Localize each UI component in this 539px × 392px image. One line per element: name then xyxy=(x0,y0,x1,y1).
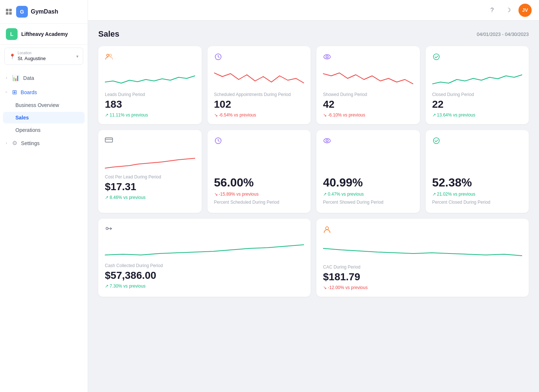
org-section: L Liftheavy Academy xyxy=(0,24,88,45)
app-name: GymDash xyxy=(31,8,58,15)
pct-scheduled-change: ↘ -15.89% vs previous xyxy=(214,192,304,197)
svg-point-10 xyxy=(433,138,439,144)
leads-value: 183 xyxy=(105,99,195,110)
settings-icon: ⚙ xyxy=(12,140,17,147)
location-info: Location St. Augustine xyxy=(18,51,46,62)
cards-row-3: Cash Collected During Period $57,386.00 … xyxy=(98,219,529,297)
location-pin-icon: 📍 xyxy=(9,53,15,59)
cac-icon xyxy=(323,225,522,235)
page-title: Sales xyxy=(98,29,120,39)
cash-collected-label: Cash Collected During Period xyxy=(105,263,304,268)
sidebar: G GymDash L Liftheavy Academy 📍 Location… xyxy=(0,0,88,392)
user-avatar[interactable]: JV xyxy=(518,4,532,17)
up-arrow-icon: ↗ xyxy=(105,284,109,289)
sidebar-item-data-label: Data xyxy=(23,75,34,81)
closed-value: 22 xyxy=(432,99,522,110)
up-arrow-icon: ↗ xyxy=(323,192,327,197)
svg-point-1 xyxy=(109,54,111,56)
cost-icon xyxy=(105,137,195,145)
svg-point-8 xyxy=(324,138,330,143)
location-value: St. Augustine xyxy=(18,56,46,61)
scheduled-chart xyxy=(214,66,304,88)
page-header: Sales 04/01/2023 - 04/30/2023 xyxy=(98,29,529,39)
cash-collected-icon xyxy=(105,225,304,234)
scheduled-change: ↘ -6.54% vs previous xyxy=(214,112,304,118)
pct-scheduled-value: 56.00% xyxy=(214,176,304,189)
sidebar-navigation: › 📊 Data › ⊞ Boards Business Overview Sa… xyxy=(0,68,88,392)
pct-closed-card: 52.38% ↗ 21.02% vs previous Percent Clos… xyxy=(426,130,529,213)
cac-label: CAC During Period xyxy=(323,265,522,270)
pct-closed-spacer xyxy=(432,149,522,171)
cash-collected-card: Cash Collected During Period $57,386.00 … xyxy=(98,219,311,297)
cash-collected-chart xyxy=(105,237,304,259)
pct-closed-change: ↗ 21.02% vs previous xyxy=(432,192,522,197)
app-header: G GymDash xyxy=(0,0,88,24)
cards-row-1: Leads During Period 183 ↗ 11.11% vs prev… xyxy=(98,46,529,124)
pct-scheduled-icon xyxy=(214,137,304,147)
chevron-down-icon: › xyxy=(4,92,8,93)
cost-per-lead-change: ↗ 8.46% vs previous xyxy=(105,195,195,200)
leads-card: Leads During Period 183 ↗ 11.11% vs prev… xyxy=(98,46,202,124)
sidebar-item-business-overview[interactable]: Business Overview xyxy=(0,99,88,111)
cac-chart xyxy=(323,238,522,260)
scheduled-icon xyxy=(214,53,304,63)
pct-showed-label: Percent Showed During Period xyxy=(323,200,413,205)
closed-chart xyxy=(432,66,522,88)
cost-per-lead-chart xyxy=(105,148,195,170)
pct-showed-value: 40.99% xyxy=(323,176,413,189)
location-selector[interactable]: 📍 Location St. Augustine ▾ xyxy=(4,48,83,65)
page-content: Sales 04/01/2023 - 04/30/2023 Leads Duri… xyxy=(88,21,539,392)
up-arrow-icon: ↗ xyxy=(432,112,436,118)
showed-change: ↘ -6.10% vs previous xyxy=(323,112,413,118)
sidebar-item-sales[interactable]: Sales xyxy=(3,112,85,123)
svg-point-3 xyxy=(324,55,330,59)
leads-change: ↗ 11.11% vs previous xyxy=(105,112,195,118)
sidebar-item-operations[interactable]: Operations xyxy=(0,124,88,136)
pct-showed-change: ↗ 0.47% vs previous xyxy=(323,192,413,197)
scheduled-value: 102 xyxy=(214,99,304,110)
leads-label: Leads During Period xyxy=(105,92,195,97)
help-button[interactable]: ? xyxy=(486,4,498,16)
svg-point-9 xyxy=(326,140,328,142)
pct-closed-label: Percent Closed During Period xyxy=(432,200,522,205)
pct-closed-icon xyxy=(432,137,522,147)
sidebar-item-settings[interactable]: › ⚙ Settings xyxy=(0,136,88,150)
chevron-down-icon: ▾ xyxy=(76,54,78,59)
leads-icon xyxy=(105,53,195,63)
closed-card: Closed During Period 22 ↗ 13.64% vs prev… xyxy=(426,46,529,124)
pct-scheduled-spacer xyxy=(214,149,304,171)
down-arrow-icon: ↘ xyxy=(323,285,327,290)
cash-collected-value: $57,386.00 xyxy=(105,270,304,281)
chevron-right-icon: › xyxy=(6,141,7,145)
sidebar-item-data[interactable]: › 📊 Data xyxy=(0,71,88,85)
pct-closed-value: 52.38% xyxy=(432,176,522,189)
cac-value: $181.79 xyxy=(323,271,522,283)
svg-rect-6 xyxy=(105,138,113,142)
showed-chart xyxy=(323,66,413,88)
sidebar-item-settings-label: Settings xyxy=(21,140,40,146)
scheduled-card: Scheduled Appointments During Period 102… xyxy=(208,46,311,124)
closed-label: Closed During Period xyxy=(432,92,522,97)
moon-icon: ☽ xyxy=(506,7,511,14)
boards-icon: ⊞ xyxy=(12,89,17,96)
showed-label: Showed During Period xyxy=(323,92,413,97)
org-avatar: L xyxy=(6,28,18,40)
grid-menu-icon[interactable] xyxy=(6,9,12,15)
up-arrow-icon: ↗ xyxy=(432,192,436,197)
chevron-right-icon: › xyxy=(6,76,7,80)
cost-per-lead-card: Cost Per Lead During Period $17.31 ↗ 8.4… xyxy=(98,130,202,213)
topbar: ? ☽ JV xyxy=(88,0,539,21)
closed-change: ↗ 13.64% vs previous xyxy=(432,112,522,118)
up-arrow-icon: ↗ xyxy=(105,112,109,118)
svg-point-4 xyxy=(326,56,328,58)
svg-point-11 xyxy=(326,227,329,230)
cac-change: ↘ -12.00% vs previous xyxy=(323,285,522,290)
up-arrow-icon: ↗ xyxy=(105,195,109,200)
showed-icon xyxy=(323,53,413,63)
leads-chart xyxy=(105,66,195,88)
theme-toggle-button[interactable]: ☽ xyxy=(502,4,514,16)
main-content: ? ☽ JV Sales 04/01/2023 - 04/30/2023 xyxy=(88,0,539,392)
pct-showed-card: 40.99% ↗ 0.47% vs previous Percent Showe… xyxy=(316,130,420,213)
pct-showed-spacer xyxy=(323,149,413,171)
sidebar-item-boards[interactable]: › ⊞ Boards xyxy=(0,85,88,99)
